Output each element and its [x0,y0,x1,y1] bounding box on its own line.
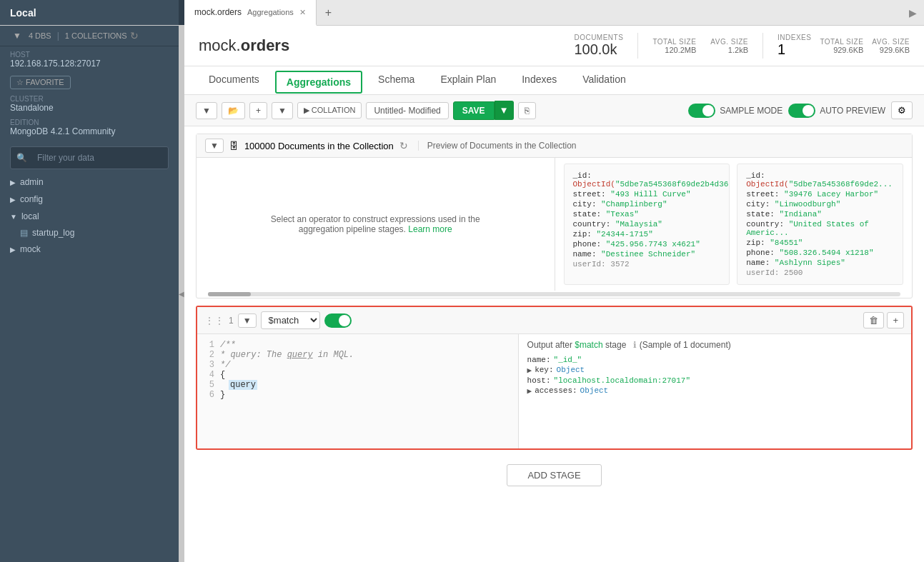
collections-count-label: 1 COLLECTIONS [65,31,127,40]
indexes-total-size-label: TOTAL SIZE [820,38,863,46]
total-size-value: 120.2MB [665,46,696,54]
stage-editor[interactable]: 1/** 2 * query: The query in MQL. 3 */ 4… [197,334,519,448]
tab-validation[interactable]: Validation [570,66,638,94]
total-size-label: TOTAL SIZE [652,38,696,46]
tab-aggregations[interactable]: Aggregations [275,71,362,94]
local-label: Local [10,7,36,19]
delete-stage-button[interactable]: 🗑 [863,312,884,328]
edition-value: MongoDB 4.2.1 Community [10,126,169,136]
add-stage-bar: ADD STAGE [196,457,913,493]
collection-name-label: startup_log [32,228,74,238]
sidebar-item-mock[interactable]: ▶ mock [0,241,179,258]
sidebar-db-header: ▼ 4 DBS | 1 COLLECTIONS ↻ [0,26,179,46]
sidebar-item-startup-log[interactable]: ▤ startup_log [0,225,179,241]
operator-select[interactable]: $match $project $group $sort $limit $ski… [261,311,320,329]
search-icon: 🔍 [16,153,27,163]
tab-sublabel: Aggregations [247,8,294,16]
db-icon: 🗄 [229,141,239,151]
collapse-stage0-button[interactable]: ▼ [205,139,224,153]
folder-icon: 📂 [228,106,239,116]
settings-icon: ⚙ [898,105,906,116]
create-pipeline-button[interactable]: + [249,102,267,119]
tab-explain-plan[interactable]: Explain Plan [427,66,509,94]
collapse-stage-button[interactable]: ▼ [238,313,257,328]
new-tab-button[interactable]: + [317,0,340,25]
tab-close-icon[interactable]: ✕ [299,8,306,17]
filter-input[interactable] [31,150,162,166]
avg-size-label: AVG. SIZE [710,38,748,46]
sidebar-collapse-handle[interactable]: ◀ [179,26,184,562]
save-caret-button[interactable]: ▼ [495,101,514,120]
stage-output: Output after $match stage ℹ (Sample of 1… [519,334,911,448]
tab-collection-name: mock.orders [194,7,242,17]
sidebar-instance-info: HOST 192.168.175.128:27017 ☆ FAVORITE CL… [0,46,179,142]
chevron-right-icon: ▶ [10,246,16,254]
save-button[interactable]: SAVE [453,101,495,120]
indexes-stat-value: 1 [778,41,785,58]
window-scroll-right[interactable]: ▶ [909,7,917,19]
sidebar-db-label: admin [20,177,44,187]
host-label: HOST [10,51,169,59]
indexes-stat-label: INDEXES [778,34,811,41]
active-tab[interactable]: mock.orders Aggregations ✕ [184,0,317,26]
cluster-label: CLUSTER [10,95,169,103]
add-icon: + [256,106,261,116]
chevron-down-icon: ▼ [243,316,252,326]
drag-handle-icon[interactable]: ⋮⋮ [204,315,224,326]
sidebar-item-local[interactable]: ▼ local [0,208,179,225]
sidebar-db-label: config [20,194,43,204]
stage-name-link[interactable]: $match [575,340,602,350]
expand-dbs-icon[interactable]: ▼ [13,31,21,41]
sidebar-item-config[interactable]: ▶ config [0,191,179,208]
collation-icon: ▶ COLLATION [304,106,356,115]
favorite-button[interactable]: ☆ FAVORITE [10,76,71,89]
auto-preview-toggle[interactable] [788,104,815,118]
collection-icon: ▤ [20,228,28,238]
chevron-right-icon: ▶ [10,196,16,204]
stage-preview-container: ▼ 🗄 100000 Documents in the Collection ↻… [196,134,913,298]
sidebar-db-label: mock [20,244,41,254]
preview-doc-1: _id: ObjectId("5dbe7a545368f69de2b4d36e"… [564,164,730,285]
cluster-value: Standalone [10,103,169,113]
stage-number: 1 [229,316,234,326]
chevron-down-icon: ▼ [210,141,219,151]
pipeline-options-button[interactable]: ▼ [272,102,293,119]
tab-documents[interactable]: Documents [196,66,272,94]
open-pipeline-button[interactable]: 📂 [222,102,245,119]
collection-title: mock.orders [199,36,289,55]
sample-mode-label: SAMPLE MODE [720,106,783,116]
learn-more-link[interactable]: Learn more [408,224,452,234]
auto-preview-label: AUTO PREVIEW [820,106,885,116]
preview-doc-2: _id: ObjectId("5dbe7a545368f69de2... str… [737,164,903,285]
sidebar-filter[interactable]: 🔍 [0,142,179,174]
preview-label: Preview of Documents in the Collection [418,141,903,151]
tab-schema[interactable]: Schema [365,66,427,94]
stage-match-container: ⋮⋮ 1 ▼ $match $project $group $sort $lim… [196,306,913,450]
chevron-down-icon: ▼ [202,106,211,116]
avg-size-value: 1.2kB [728,46,748,54]
sidebar-item-admin[interactable]: ▶ admin [0,174,179,191]
sidebar-db-label: local [21,211,39,221]
pipeline-name: Untitled- Modified [366,102,448,119]
sample-label: (Sample of 1 document) [640,340,731,350]
refresh-preview-button[interactable]: ↻ [399,140,408,151]
export-pipeline-button[interactable]: ⎘ [518,102,536,119]
add-stage-after-button[interactable]: + [887,312,904,328]
caret-down-icon: ▼ [278,106,287,116]
pipeline-settings-button[interactable]: ⚙ [891,101,913,119]
documents-stat-label: DOCUMENTS [574,34,623,41]
stage-enable-toggle[interactable] [324,313,352,328]
host-value: 192.168.175.128:27017 [10,59,169,69]
add-stage-button[interactable]: ADD STAGE [507,464,601,486]
doc-count-label: 100000 Documents in the Collection [244,141,394,151]
indexes-avg-size-label: AVG. SIZE [872,38,910,46]
export-icon: ⎘ [525,106,530,116]
indexes-avg-size-value: 929.6KB [880,46,910,54]
tab-indexes[interactable]: Indexes [509,66,570,94]
collapse-pipeline-button[interactable]: ▼ [196,102,217,119]
preview-scrollbar[interactable] [208,292,900,296]
collation-button[interactable]: ▶ COLLATION [297,102,362,119]
output-document: name: "_id_" ▶ key: Object host: "localh… [527,356,903,396]
refresh-sidebar-button[interactable]: ↻ [130,30,139,41]
sample-mode-toggle[interactable] [688,104,715,118]
